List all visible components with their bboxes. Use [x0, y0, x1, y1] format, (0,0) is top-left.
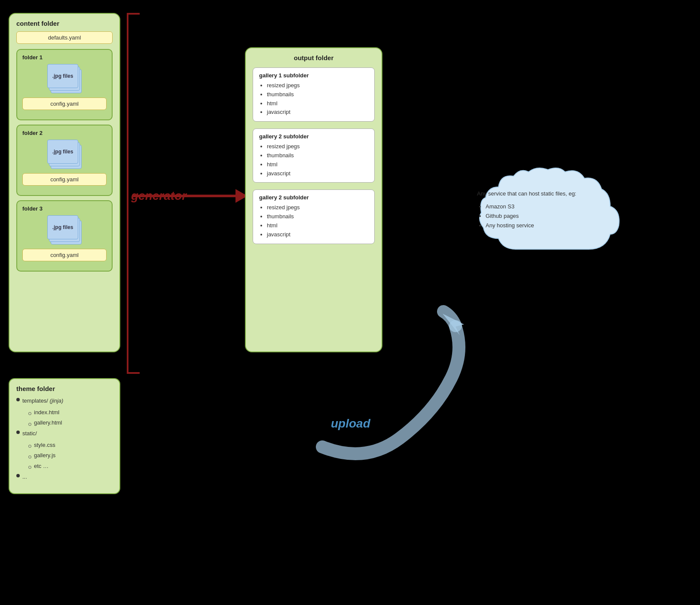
jpg-label-2: .jpg files [52, 149, 73, 155]
generator-arrow [132, 189, 248, 203]
cloud-service-1: Github pages [486, 211, 597, 221]
gallery-1-item-3: javascript [267, 108, 368, 117]
gallery-subfolder-2-title: gallery 2 subfolder [259, 133, 368, 140]
templates-label: templates/ (jinja) [22, 397, 63, 404]
static-js: gallery.js [22, 450, 55, 461]
gallery-3-item-0: resized jpegs [267, 203, 368, 212]
gallery-1-item-2: html [267, 99, 368, 108]
bullet-index [28, 412, 31, 415]
content-subfolder-3: folder 3 .jpg files config.yaml [16, 200, 113, 272]
gallery-subfolder-2-list: resized jpegs thumbnails html javascript [259, 142, 368, 178]
static-sublist: style.css gallery.js etc … [22, 440, 55, 472]
bullet-static [16, 431, 20, 434]
theme-folder-list: templates/ (jinja) index.html gallery.ht… [16, 396, 113, 483]
gallery-3-item-3: javascript [267, 230, 368, 239]
dots-label: ... [22, 472, 27, 483]
theme-item-templates: templates/ (jinja) index.html gallery.ht… [16, 396, 113, 428]
bullet-js [28, 455, 31, 458]
templates-sublist: index.html gallery.html [22, 407, 63, 428]
jpg-label-1: .jpg files [52, 73, 73, 79]
bullet-etc [28, 466, 31, 469]
template-gallery: gallery.html [22, 418, 63, 428]
theme-item-dots: ... [16, 472, 113, 483]
style-css-label: style.css [34, 440, 55, 451]
bracket-top [127, 13, 140, 15]
cloud-description: Any service that can host static files, … [477, 189, 597, 199]
static-etc: etc … [22, 461, 55, 472]
gallery-subfolder-3: gallery 2 subfolder resized jpegs thumbn… [253, 189, 375, 244]
gallery-3-item-2: html [267, 221, 368, 230]
template-index: index.html [22, 407, 63, 418]
gallery-2-item-1: thumbnails [267, 151, 368, 160]
folder-3-title: folder 3 [22, 205, 107, 212]
upload-label: upload [331, 417, 370, 431]
gallery-subfolder-3-list: resized jpegs thumbnails html javascript [259, 203, 368, 239]
gallery-3-item-1: thumbnails [267, 212, 368, 221]
cloud-services-list: Amazon S3 Github pages Any hosting servi… [477, 202, 597, 230]
jpg-stack-2: .jpg files [47, 140, 82, 170]
jpg-label-3: .jpg files [52, 224, 73, 230]
content-subfolder-1: folder 1 .jpg files config.yaml [16, 49, 113, 120]
jpg-card-front-3: .jpg files [47, 215, 78, 239]
cloud-container: Any service that can host static files, … [451, 163, 623, 284]
jpg-stack-3: .jpg files [47, 215, 82, 245]
etc-label: etc … [34, 461, 49, 472]
bullet-css [28, 445, 31, 448]
config-yaml-3: config.yaml [22, 249, 107, 261]
jpg-card-front-2: .jpg files [47, 140, 78, 164]
gallery-subfolder-1-title: gallery 1 subfolder [259, 72, 368, 79]
config-yaml-2: config.yaml [22, 173, 107, 186]
content-folder-title: content folder [16, 20, 113, 27]
cloud-service-2: Any hosting service [486, 221, 597, 230]
index-html-label: index.html [34, 407, 59, 418]
bullet-templates [16, 398, 20, 401]
cloud-service-0: Amazon S3 [486, 202, 597, 211]
diagram: content folder defaults.yaml folder 1 .j… [0, 0, 700, 605]
static-label: static/ [22, 430, 37, 437]
gallery-1-item-0: resized jpegs [267, 81, 368, 90]
theme-folder-title: theme folder [16, 385, 113, 392]
content-folder: content folder defaults.yaml folder 1 .j… [9, 13, 120, 352]
bracket-bottom [127, 372, 140, 374]
static-css: style.css [22, 440, 55, 451]
bullet-gallery [28, 423, 31, 426]
gallery-html-label: gallery.html [34, 418, 62, 428]
defaults-yaml-file: defaults.yaml [16, 31, 113, 44]
jpg-stack-1: .jpg files [47, 64, 82, 94]
bracket-line [127, 13, 128, 374]
arrow-line [132, 195, 235, 197]
gallery-2-item-3: javascript [267, 169, 368, 178]
gallery-js-label: gallery.js [34, 450, 55, 461]
folder-2-title: folder 2 [22, 130, 107, 136]
gallery-2-item-0: resized jpegs [267, 142, 368, 151]
config-yaml-1: config.yaml [22, 98, 107, 110]
gallery-subfolder-3-title: gallery 2 subfolder [259, 194, 368, 201]
theme-item-static: static/ style.css gallery.js etc … [16, 428, 113, 472]
gallery-2-item-2: html [267, 160, 368, 169]
bullet-dots [16, 474, 20, 477]
jpg-card-front-1: .jpg files [47, 64, 78, 88]
gallery-subfolder-1: gallery 1 subfolder resized jpegs thumbn… [253, 67, 375, 122]
gallery-subfolder-2: gallery 2 subfolder resized jpegs thumbn… [253, 128, 375, 183]
folder-1-title: folder 1 [22, 54, 107, 61]
cloud-text: Any service that can host static files, … [477, 189, 597, 230]
gallery-1-item-1: thumbnails [267, 90, 368, 99]
upload-arrow [245, 301, 503, 473]
gallery-subfolder-1-list: resized jpegs thumbnails html javascript [259, 81, 368, 117]
theme-folder: theme folder templates/ (jinja) index.ht… [9, 378, 120, 494]
content-subfolder-2: folder 2 .jpg files config.yaml [16, 125, 113, 196]
output-folder-title: output folder [253, 54, 375, 61]
